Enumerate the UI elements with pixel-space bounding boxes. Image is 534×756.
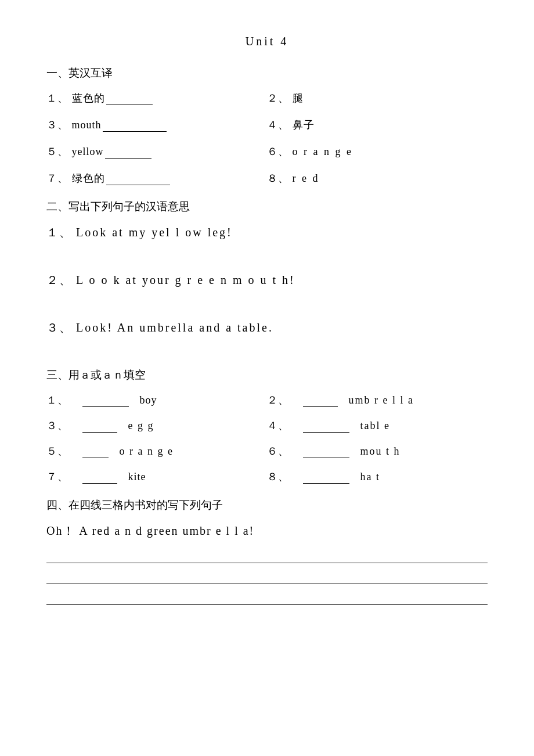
blank-line <box>82 445 109 458</box>
item-text: 鼻子 <box>293 119 315 131</box>
sentence-num: １、 <box>46 226 72 239</box>
fill-left-4: ７、 kite <box>46 470 267 484</box>
fill-row-4: ７、 kite ８、 ha t <box>46 470 488 484</box>
item-num: ５、 <box>46 146 68 157</box>
sentence-text: Look at my yel l ow leg! <box>76 226 233 239</box>
translation-left-2: ３、 mouth <box>46 118 267 132</box>
blank-line <box>106 172 170 185</box>
item-text: 绿色的 <box>72 172 105 184</box>
writing-line-1 <box>46 547 488 563</box>
translation-row-3: ５、 yellow ６、 o r a n g e <box>46 145 488 159</box>
blank-line <box>103 119 167 132</box>
sentence-block-2: ２、 L o o k at your g r e e n m o u t h! <box>46 272 488 288</box>
item-num: １、 <box>46 92 68 104</box>
item-num: ７、 <box>46 172 68 184</box>
item-num: ３、 <box>46 119 68 131</box>
section-yinghan: 一、英汉互译 １、 蓝色的 ２、 腿 ３、 mouth ４、 鼻子 ５、 yel… <box>46 66 488 185</box>
writing-line-2 <box>46 568 488 584</box>
translation-row-2: ３、 mouth ４、 鼻子 <box>46 118 488 132</box>
fill-row-2: ３、 e g g ４、 tabl e <box>46 419 488 433</box>
fill-left-1: １、 boy <box>46 393 267 407</box>
fill-word: e g g <box>128 420 154 431</box>
blank-line <box>82 471 117 484</box>
translation-left-4: ７、 绿色的 <box>46 171 267 185</box>
sentence-text: Oh！ A red a n d green umbr e l l a! <box>46 524 254 537</box>
section1-title: 一、英汉互译 <box>46 66 488 81</box>
fill-row-1: １、 boy ２、 umb r e l l a <box>46 393 488 407</box>
translation-row-1: １、 蓝色的 ２、 腿 <box>46 91 488 105</box>
item-text: 腿 <box>293 92 304 104</box>
sentence-text: Look! An umbrella and a table. <box>76 321 273 334</box>
writing-sentence: Oh！ A red a n d green umbr e l l a! <box>46 523 488 539</box>
item-num: ８、 <box>267 172 289 184</box>
blank-line <box>82 394 129 407</box>
item-num: ４、 <box>267 119 289 131</box>
fill-right-3: ６、 mou t h <box>267 444 488 458</box>
fill-word: tabl e <box>360 420 390 431</box>
sentence-1: １、 Look at my yel l ow leg! <box>46 225 488 240</box>
blank-line <box>303 420 349 433</box>
fill-right-2: ４、 tabl e <box>267 419 488 433</box>
sentence-3: ３、 Look! An umbrella and a table. <box>46 320 488 336</box>
fill-word: o r a n g e <box>120 445 174 457</box>
translation-right-1: ２、 腿 <box>267 91 488 105</box>
fill-word: umb r e l l a <box>349 394 414 406</box>
fill-num: １、 <box>46 394 68 406</box>
section4-title: 四、在四线三格内书对的写下列句子 <box>46 498 488 513</box>
translation-right-2: ４、 鼻子 <box>267 118 488 132</box>
blank-line <box>303 394 338 407</box>
writing-lines-area <box>46 547 488 605</box>
blank-line <box>105 146 151 159</box>
fill-right-4: ８、 ha t <box>267 470 488 484</box>
fill-left-2: ３、 e g g <box>46 419 267 433</box>
blank-line <box>82 420 117 433</box>
fill-right-1: ２、 umb r e l l a <box>267 393 488 407</box>
fill-word: mou t h <box>360 445 400 457</box>
sentence-2: ２、 L o o k at your g r e e n m o u t h! <box>46 272 488 288</box>
sentence-block-1: １、 Look at my yel l ow leg! <box>46 225 488 240</box>
sentence-text: L o o k at your g r e e n m o u t h! <box>76 273 295 286</box>
item-num: ６、 <box>267 146 289 157</box>
translation-row-4: ７、 绿色的 ８、 r e d <box>46 171 488 185</box>
writing-line-3 <box>46 589 488 605</box>
translation-left-1: １、 蓝色的 <box>46 91 267 105</box>
sentence-num: ３、 <box>46 321 72 334</box>
blank-line <box>303 471 349 484</box>
item-text: o r a n g e <box>293 146 353 157</box>
section-writing: 四、在四线三格内书对的写下列句子 Oh！ A red a n d green u… <box>46 498 488 605</box>
sentence-block-3: ３、 Look! An umbrella and a table. <box>46 320 488 336</box>
translation-right-3: ６、 o r a n g e <box>267 145 488 159</box>
blank-line <box>106 92 153 105</box>
section-sentences: 二、写出下列句子的汉语意思 １、 Look at my yel l ow leg… <box>46 199 488 336</box>
fill-left-3: ５、 o r a n g e <box>46 444 267 458</box>
fill-num: ４、 <box>267 420 289 431</box>
item-text: yellow <box>72 146 104 157</box>
blank-line <box>303 445 349 458</box>
fill-num: ３、 <box>46 420 68 431</box>
fill-num: ６、 <box>267 445 289 457</box>
item-text: r e d <box>293 172 320 184</box>
fill-word: ha t <box>360 471 381 483</box>
item-num: ２、 <box>267 92 289 104</box>
item-text: 蓝色的 <box>72 92 105 104</box>
fill-word: kite <box>128 471 146 483</box>
fill-num: ７、 <box>46 471 68 483</box>
fill-num: ８、 <box>267 471 289 483</box>
section3-title: 三、用ａ或ａｎ填空 <box>46 368 488 383</box>
fill-num: ２、 <box>267 394 289 406</box>
sentence-num: ２、 <box>46 273 72 286</box>
fill-word: boy <box>140 394 157 406</box>
fill-num: ５、 <box>46 445 68 457</box>
fill-row-3: ５、 o r a n g e ６、 mou t h <box>46 444 488 458</box>
item-text: mouth <box>72 119 102 131</box>
section-fillblank: 三、用ａ或ａｎ填空 １、 boy ２、 umb r e l l a ３、 e g <box>46 368 488 484</box>
translation-left-3: ５、 yellow <box>46 145 267 159</box>
page-title: Unit 4 <box>46 35 488 48</box>
translation-right-4: ８、 r e d <box>267 171 488 185</box>
section2-title: 二、写出下列句子的汉语意思 <box>46 199 488 214</box>
